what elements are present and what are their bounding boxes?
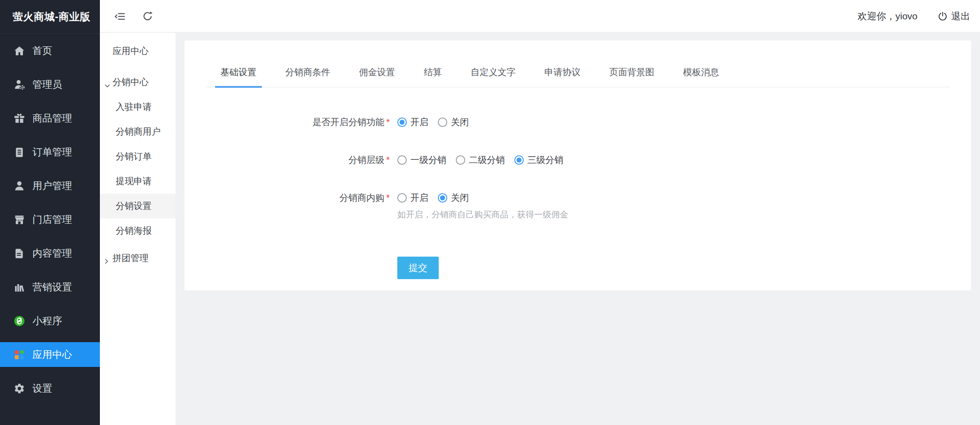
radio-option-level-2[interactable]: 二级分销 [456, 154, 505, 166]
submenu-item-label: 入驻申请 [116, 101, 152, 113]
header-toolbar [113, 0, 154, 32]
tab-custom-text[interactable]: 自定义文字 [465, 66, 521, 87]
settings-tabs: 基础设置 分销商条件 佣金设置 结算 自定义文字 申请协议 页面背景图 模板消息 [206, 41, 950, 87]
chevron-down-icon [104, 80, 110, 85]
radio-unchecked-icon[interactable] [438, 118, 447, 127]
sidebar-item-label: 首页 [32, 44, 52, 58]
submenu-item-distributor-users[interactable]: 分销商用户 [100, 119, 175, 144]
logout-label: 退出 [951, 10, 970, 23]
tab-template-message[interactable]: 模板消息 [678, 66, 724, 87]
admin-screen: 萤火商城-商业版 首页 管理员 商品管理 [0, 0, 980, 425]
tab-distributor-conditions[interactable]: 分销商条件 [280, 66, 336, 87]
field-control: 开启 关闭 如开启，分销商自己购买商品，获得一级佣金 [397, 189, 568, 221]
sidebar-item-label: 内容管理 [32, 247, 72, 260]
submenu-item-label: 应用中心 [112, 45, 148, 57]
radio-option-label: 一级分销 [410, 154, 446, 166]
field-label: 分销层级* [184, 154, 390, 166]
radio-checked-icon[interactable] [397, 118, 407, 127]
sidebar-item-app-center[interactable]: 应用中心 [0, 342, 100, 367]
tab-page-background[interactable]: 页面背景图 [604, 66, 660, 87]
power-icon [937, 11, 948, 22]
submit-area: 提交 [397, 257, 971, 279]
app-logo: 萤火商城-商业版 [0, 0, 100, 34]
radio-option-off[interactable]: 关闭 [438, 116, 469, 128]
apps-grid-icon [13, 349, 25, 361]
submit-button[interactable]: 提交 [397, 257, 439, 279]
sidebar-item-miniprogram[interactable]: 小程序 [0, 308, 100, 333]
form-row-distribution-levels: 分销层级* 一级分销 二级分销 [184, 141, 971, 179]
radio-checked-icon[interactable] [514, 155, 524, 165]
sidebar-item-label: 应用中心 [32, 348, 72, 362]
collapse-menu-icon[interactable] [113, 10, 126, 23]
chevron-right-icon [104, 256, 110, 261]
tab-basic-settings[interactable]: 基础设置 [215, 66, 262, 87]
submenu-item-label: 分销订单 [116, 150, 152, 163]
radio-unchecked-icon[interactable] [397, 155, 407, 165]
submenu-item-distribution-center[interactable]: 分销中心 [100, 70, 175, 95]
field-control: 一级分销 二级分销 三级分销 [397, 154, 573, 166]
radio-option-on[interactable]: 开启 [397, 192, 428, 204]
submenu-item-label: 分销中心 [112, 76, 148, 88]
submenu-item-label: 提现申请 [116, 175, 152, 187]
submenu-item-withdrawal-application[interactable]: 提现申请 [100, 169, 175, 194]
submenu-item-label: 分销设置 [116, 200, 152, 212]
tab-commission-settings[interactable]: 佣金设置 [354, 66, 400, 87]
admin-user-gear-icon [13, 79, 25, 90]
radio-option-label: 开启 [410, 116, 428, 128]
main-content-area: 基础设置 分销商条件 佣金设置 结算 自定义文字 申请协议 页面背景图 模板消息… [175, 33, 980, 425]
primary-nav: 首页 管理员 商品管理 订单管理 [0, 34, 100, 401]
sidebar-item-marketing[interactable]: 营销设置 [0, 275, 100, 299]
radio-option-off[interactable]: 关闭 [438, 192, 469, 204]
refresh-icon[interactable] [141, 10, 154, 23]
required-mark: * [386, 117, 390, 127]
clipboard-icon [13, 146, 25, 158]
form-row-internal-purchase: 分销商内购* 开启 关闭 如开启，分销商自己购买商 [184, 179, 971, 221]
submenu-item-label: 拼团管理 [112, 252, 148, 264]
required-mark: * [386, 193, 390, 203]
radio-checked-icon[interactable] [438, 193, 447, 203]
radio-option-level-3[interactable]: 三级分销 [514, 154, 563, 166]
submenu-item-label: 分销商用户 [116, 126, 161, 138]
sidebar-item-goods[interactable]: 商品管理 [0, 106, 100, 131]
field-help-text: 如开启，分销商自己购买商品，获得一级佣金 [397, 209, 568, 221]
submenu-item-group-buying[interactable]: 拼团管理 [100, 246, 175, 271]
radio-unchecked-icon[interactable] [397, 193, 407, 203]
submenu-item-distribution-poster[interactable]: 分销海报 [100, 218, 175, 243]
radio-group-enable-distribution: 开启 关闭 [397, 116, 478, 128]
welcome-text: 欢迎你，yiovo [858, 10, 917, 23]
storefront-icon [13, 214, 25, 226]
document-icon [13, 248, 25, 259]
home-icon [13, 45, 25, 57]
logout-button[interactable]: 退出 [937, 10, 970, 23]
radio-option-on[interactable]: 开启 [397, 116, 428, 128]
form-row-enable-distribution: 是否开启分销功能* 开启 关闭 [184, 103, 971, 141]
radio-group-internal-purchase: 开启 关闭 [397, 189, 568, 207]
radio-option-level-1[interactable]: 一级分销 [397, 154, 446, 166]
miniprogram-icon [13, 315, 25, 327]
field-label: 是否开启分销功能* [184, 116, 390, 128]
sidebar-item-label: 用户管理 [32, 179, 72, 193]
books-icon [13, 281, 25, 293]
sidebar-item-settings[interactable]: 设置 [0, 376, 100, 401]
sidebar-item-orders[interactable]: 订单管理 [0, 140, 100, 164]
sidebar-item-label: 订单管理 [32, 145, 72, 159]
top-header: 欢迎你，yiovo 退出 [100, 0, 980, 32]
submenu-item-distribution-settings[interactable]: 分销设置 [100, 194, 175, 218]
tab-settlement[interactable]: 结算 [418, 66, 447, 87]
sidebar-item-admin[interactable]: 管理员 [0, 72, 100, 97]
basic-settings-form: 是否开启分销功能* 开启 关闭 [184, 87, 971, 279]
radio-unchecked-icon[interactable] [456, 155, 465, 165]
sidebar-item-label: 小程序 [32, 314, 62, 328]
submenu-item-distribution-orders[interactable]: 分销订单 [100, 144, 175, 169]
sidebar-item-stores[interactable]: 门店管理 [0, 207, 100, 232]
submenu-item-entry-application[interactable]: 入驻申请 [100, 95, 175, 119]
sidebar-item-home[interactable]: 首页 [0, 38, 100, 63]
tab-application-agreement[interactable]: 申请协议 [539, 66, 586, 87]
submenu-item-app-center[interactable]: 应用中心 [100, 39, 175, 63]
radio-option-label: 三级分销 [527, 154, 563, 166]
sidebar-item-label: 门店管理 [32, 213, 72, 226]
radio-group-distribution-levels: 一级分销 二级分销 三级分销 [397, 154, 573, 166]
sidebar-item-content[interactable]: 内容管理 [0, 241, 100, 266]
sidebar-item-label: 管理员 [32, 78, 62, 91]
sidebar-item-users[interactable]: 用户管理 [0, 173, 100, 198]
